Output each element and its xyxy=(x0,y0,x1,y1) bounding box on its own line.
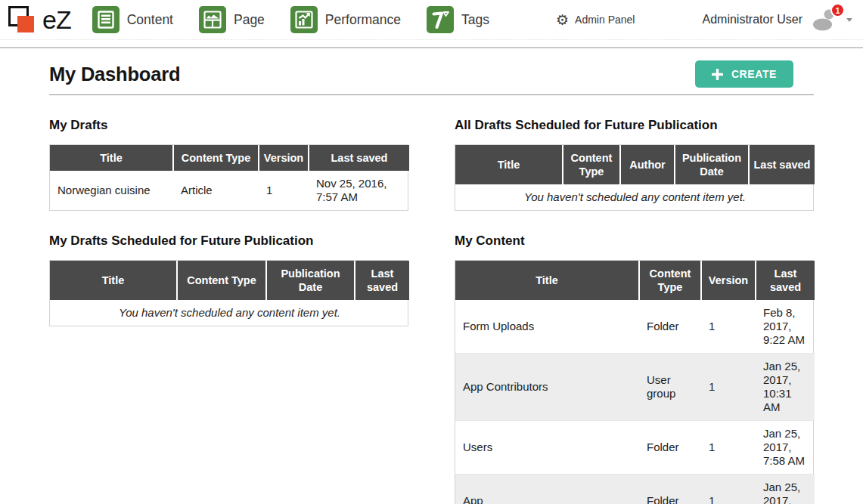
nav-item-page[interactable]: Page xyxy=(199,6,265,33)
column-header: Content Type xyxy=(173,145,259,171)
section-heading: My Drafts xyxy=(49,118,408,133)
cell-content-type: Folder xyxy=(639,475,701,504)
table-header-row: Title Content Type Publication Date Last… xyxy=(50,261,409,300)
nav-item-label: Content xyxy=(127,12,173,28)
cell-version: 1 xyxy=(701,300,756,354)
admin-panel-label: Admin Panel xyxy=(575,14,635,26)
performance-icon xyxy=(290,6,318,33)
all-drafts-scheduled-table: Title Content Type Author Publication Da… xyxy=(455,144,814,211)
column-header: Version xyxy=(259,145,309,171)
content-icon xyxy=(92,6,120,33)
page-icon xyxy=(199,6,226,33)
tags-icon xyxy=(427,6,454,33)
column-header: Publication Date xyxy=(266,261,355,300)
column-header: Title xyxy=(455,261,639,300)
ez-logo-text: eZ xyxy=(42,7,71,32)
page-title: My Dashboard xyxy=(49,63,180,85)
cell-version: 1 xyxy=(701,475,756,504)
cell-last-saved: Jan 25, 2017, 7:55 AM xyxy=(756,475,815,504)
column-header: Last saved xyxy=(756,261,815,300)
cell-title: Form Uploads xyxy=(455,300,639,354)
column-header: Last saved xyxy=(355,261,409,300)
cell-title: App xyxy=(455,475,639,504)
column-header: Last saved xyxy=(309,145,409,171)
section-heading: My Content xyxy=(455,233,814,249)
top-navbar: eZ Content Page Performan xyxy=(0,0,863,40)
table-row[interactable]: Norwegian cuisine Article 1 Nov 25, 2016… xyxy=(50,171,409,210)
nav-item-content[interactable]: Content xyxy=(92,6,173,33)
table-row[interactable]: Users Folder 1 Jan 25, 2017, 7:58 AM xyxy=(455,421,815,475)
user-name: Administrator User xyxy=(703,13,802,26)
my-drafts-scheduled-table: Title Content Type Publication Date Last… xyxy=(49,260,408,326)
plus-icon xyxy=(712,69,723,80)
user-menu[interactable]: Administrator User 1 xyxy=(703,8,852,31)
section-all-drafts-scheduled: All Drafts Scheduled for Future Publicat… xyxy=(455,95,814,211)
cell-version: 1 xyxy=(701,354,756,421)
section-my-drafts-scheduled: My Drafts Scheduled for Future Publicati… xyxy=(49,211,408,504)
cell-content-type: Folder xyxy=(639,300,701,354)
table-row[interactable]: App Contributors User group 1 Jan 25, 20… xyxy=(455,354,815,421)
create-button-label: CREATE xyxy=(731,68,777,80)
dashboard-grid: My Drafts Title Content Type Version Las… xyxy=(49,95,814,504)
nav-item-label: Performance xyxy=(325,12,401,28)
column-header: Last saved xyxy=(749,145,815,184)
chevron-down-icon xyxy=(846,18,852,22)
empty-state-row: You haven't scheduled any content item y… xyxy=(455,184,815,210)
column-header: Title xyxy=(455,145,563,184)
cell-last-saved: Jan 25, 2017, 10:31 AM xyxy=(756,354,815,421)
table-row[interactable]: Form Uploads Folder 1 Feb 8, 2017, 9:22 … xyxy=(455,300,815,354)
nav-item-label: Page xyxy=(234,12,265,28)
cell-title: Users xyxy=(455,421,639,475)
nav-item-tags[interactable]: Tags xyxy=(427,6,489,33)
empty-message: You haven't scheduled any content item y… xyxy=(50,300,409,326)
ez-logo[interactable]: eZ xyxy=(8,5,71,35)
admin-panel-button[interactable]: ⚙ Admin Panel xyxy=(556,13,635,27)
column-header: Author xyxy=(620,145,675,184)
cell-last-saved: Jan 25, 2017, 7:58 AM xyxy=(756,421,815,475)
my-content-table: Title Content Type Version Last saved Fo… xyxy=(455,260,814,504)
cell-last-saved: Feb 8, 2017, 9:22 AM xyxy=(756,300,815,354)
column-header: Content Type xyxy=(563,145,620,184)
nav-item-performance[interactable]: Performance xyxy=(290,6,401,33)
navbar-separator xyxy=(0,40,863,48)
ez-logo-icon xyxy=(8,5,36,35)
cell-version: 1 xyxy=(259,171,309,210)
nav-item-label: Tags xyxy=(461,12,489,28)
cell-version: 1 xyxy=(701,421,756,475)
empty-message: You haven't scheduled any content item y… xyxy=(455,184,815,210)
gear-icon: ⚙ xyxy=(556,13,569,27)
notification-badge[interactable]: 1 xyxy=(830,3,845,17)
column-header: Title xyxy=(50,261,177,300)
create-button[interactable]: CREATE xyxy=(695,60,793,88)
column-header: Title xyxy=(50,145,173,171)
column-header: Content Type xyxy=(177,261,266,300)
empty-state-row: You haven't scheduled any content item y… xyxy=(50,300,409,326)
my-drafts-table: Title Content Type Version Last saved No… xyxy=(49,144,408,211)
cell-content-type: Folder xyxy=(639,421,701,475)
section-my-drafts: My Drafts Title Content Type Version Las… xyxy=(49,95,408,211)
cell-title: App Contributors xyxy=(455,354,639,421)
section-my-content: My Content Title Content Type Version La… xyxy=(455,211,814,504)
column-header: Content Type xyxy=(639,261,701,300)
avatar: 1 xyxy=(812,8,839,31)
cell-content-type: User group xyxy=(639,354,701,421)
cell-title: Norwegian cuisine xyxy=(50,171,173,210)
table-row[interactable]: App Folder 1 Jan 25, 2017, 7:55 AM xyxy=(455,475,815,504)
table-header-row: Title Content Type Version Last saved xyxy=(50,145,409,171)
table-header-row: Title Content Type Version Last saved xyxy=(455,261,815,300)
column-header: Publication Date xyxy=(675,145,749,184)
table-header-row: Title Content Type Author Publication Da… xyxy=(455,145,815,184)
page-header: My Dashboard CREATE xyxy=(49,60,814,95)
dashboard-page: My Dashboard CREATE My Drafts Title Cont… xyxy=(0,60,863,504)
cell-last-saved: Nov 25, 2016, 7:57 AM xyxy=(309,171,409,210)
cell-content-type: Article xyxy=(173,171,259,210)
section-heading: My Drafts Scheduled for Future Publicati… xyxy=(49,233,408,249)
section-heading: All Drafts Scheduled for Future Publicat… xyxy=(455,118,814,133)
column-header: Version xyxy=(701,261,756,300)
